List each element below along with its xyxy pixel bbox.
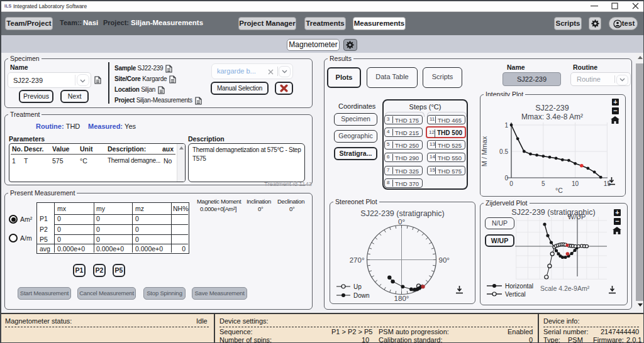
svg-text:10: 10 — [572, 180, 579, 187]
svg-text:SJ22-239 (stratigraphic): SJ22-239 (stratigraphic) — [360, 209, 444, 218]
svg-text:1: 1 — [504, 122, 508, 129]
svg-text:180°: 180° — [394, 295, 409, 302]
svg-text:Down: Down — [353, 292, 370, 299]
svg-text:0: 0 — [509, 180, 513, 187]
svg-text:0.5: 0.5 — [499, 148, 508, 155]
svg-text:0: 0 — [504, 175, 508, 182]
svg-text:90°: 90° — [439, 256, 450, 264]
svg-text:5: 5 — [541, 180, 545, 187]
svg-text:270°: 270° — [350, 256, 365, 264]
svg-text:SJ22-239: SJ22-239 — [535, 104, 569, 112]
svg-text:M / Mmax: M / Mmax — [481, 136, 488, 166]
svg-text:Vertical: Vertical — [505, 291, 526, 298]
svg-text:Up: Up — [353, 283, 362, 290]
svg-text:Scale 4.2e-9Am²: Scale 4.2e-9Am² — [540, 285, 590, 292]
svg-text:W/UP: W/UP — [568, 213, 586, 220]
svg-text:0°: 0° — [398, 218, 405, 226]
svg-text:Horizontal: Horizontal — [505, 283, 533, 290]
svg-text:Mmax: 3.4e-8 Am²: Mmax: 3.4e-8 Am² — [521, 112, 583, 121]
svg-text:°C: °C — [555, 187, 563, 194]
